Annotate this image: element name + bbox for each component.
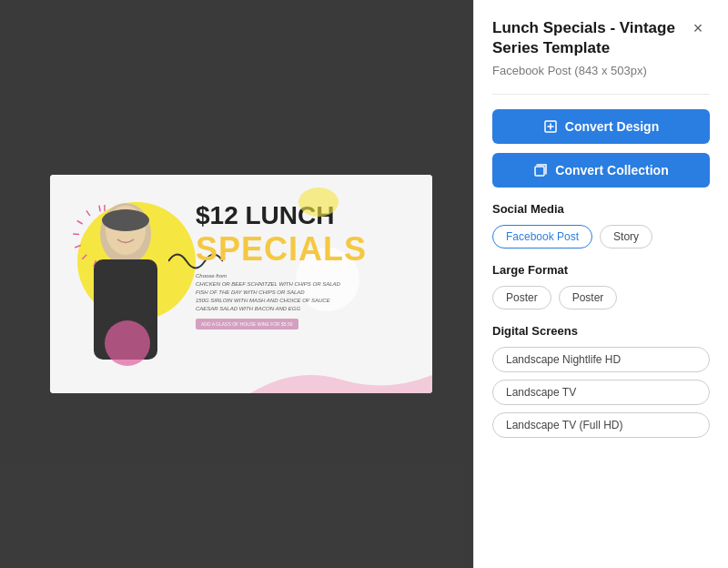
tag-story[interactable]: Story: [600, 225, 652, 248]
tag-poster-1[interactable]: Poster: [492, 286, 551, 309]
svg-point-21: [298, 188, 339, 217]
convert-collection-button[interactable]: Convert Collection: [492, 153, 710, 188]
svg-point-20: [102, 209, 149, 231]
convert-collection-icon: [533, 163, 548, 178]
divider-1: [492, 94, 710, 95]
social-media-section-label: Social Media: [492, 202, 710, 216]
thumb-inner: $12 LUNCH SPECIALS Choose from CHICKEN O…: [50, 175, 432, 393]
thumb-pink-wave-icon: [250, 357, 432, 393]
tag-poster-2[interactable]: Poster: [559, 286, 618, 309]
modal-subtitle: Facebook Post (843 x 503px): [492, 64, 710, 77]
modal-header: Lunch Specials - Vintage Series Template…: [492, 18, 710, 58]
tag-landscape-nightlife[interactable]: Landscape Nightlife HD: [492, 347, 710, 372]
convert-design-label: Convert Design: [565, 119, 659, 134]
design-preview-area: $12 LUNCH SPECIALS Choose from CHICKEN O…: [0, 0, 482, 568]
thumb-yellow-blob-icon: [296, 184, 341, 220]
convert-collection-label: Convert Collection: [555, 163, 668, 178]
digital-screens-section-label: Digital Screens: [492, 324, 710, 338]
modal-panel: Lunch Specials - Vintage Series Template…: [473, 0, 728, 568]
convert-design-button[interactable]: Convert Design: [492, 109, 710, 144]
large-format-tags: Poster Poster: [492, 286, 710, 309]
close-button[interactable]: ×: [686, 16, 710, 40]
thumb-cta-text: ADD A GLASS OF HOUSE WINE FOR $5.50: [196, 319, 298, 330]
thumb-choose-from: Choose from CHICKEN OR BEEF SCHNITZEL WI…: [196, 272, 414, 313]
large-format-section-label: Large Format: [492, 263, 710, 277]
tag-landscape-tv[interactable]: Landscape TV: [492, 380, 710, 405]
thumb-specials-text: SPECIALS: [196, 230, 414, 269]
tag-landscape-tv-full[interactable]: Landscape TV (Full HD): [492, 412, 710, 438]
svg-rect-23: [535, 167, 544, 176]
social-media-tags: Facebook Post Story: [492, 225, 710, 248]
convert-design-icon: [543, 119, 558, 134]
thumb-text-area: $12 LUNCH SPECIALS Choose from CHICKEN O…: [196, 202, 414, 330]
design-thumbnail: $12 LUNCH SPECIALS Choose from CHICKEN O…: [50, 175, 432, 393]
tag-facebook-post[interactable]: Facebook Post: [492, 225, 592, 248]
modal-title: Lunch Specials - Vintage Series Template: [492, 18, 683, 58]
thumb-pink-blob: [105, 320, 150, 366]
